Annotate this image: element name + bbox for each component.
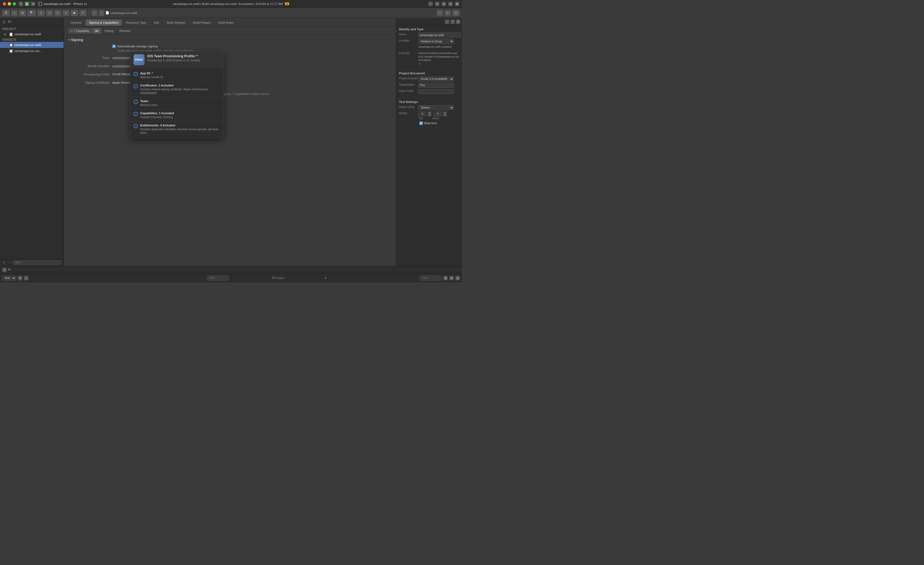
breadcrumb-label: sampleapp-ios-swift bbox=[110, 11, 137, 15]
auto-manage-checkbox[interactable] bbox=[112, 45, 116, 48]
tab-general[interactable]: General bbox=[67, 19, 84, 25]
sidebar-toggle-button[interactable]: ☰ bbox=[19, 1, 23, 6]
insp-indent-up-button[interactable]: ▲ bbox=[443, 111, 447, 114]
popover-item-certs: ✓ Certificates: 1 Included Includes newe… bbox=[130, 81, 223, 97]
layout-view-1[interactable]: ▤ bbox=[449, 276, 454, 280]
inspector-btn-2[interactable]: ? bbox=[450, 19, 455, 24]
minimize-button[interactable] bbox=[8, 2, 11, 6]
add-capability-button[interactable]: + + Capability bbox=[68, 28, 92, 34]
run-test-button[interactable]: ▷ bbox=[54, 10, 62, 16]
grid-button[interactable]: ⊞ bbox=[19, 10, 26, 16]
insp-org-label: Organization bbox=[399, 83, 418, 86]
bottom-filter-input-2[interactable] bbox=[420, 276, 442, 280]
inspector-toggle-1[interactable]: □ bbox=[436, 10, 443, 16]
insp-class-prefix-input[interactable] bbox=[418, 89, 454, 94]
inspector-toggle-3[interactable]: ◫ bbox=[452, 10, 460, 16]
bottom-info-btn[interactable]: ℹ bbox=[24, 276, 28, 280]
close-button[interactable] bbox=[3, 2, 6, 6]
file-menu-button[interactable]: ☰ bbox=[2, 10, 10, 16]
warning-button[interactable]: ⚠ bbox=[37, 10, 45, 16]
targets-section-header: TARGETS bbox=[0, 37, 64, 42]
insp-tab-down-button[interactable]: ▼ bbox=[428, 114, 432, 116]
insp-org-input[interactable] bbox=[418, 83, 454, 88]
tab-build-phases[interactable]: Build Phases bbox=[190, 19, 214, 25]
add-item-button[interactable]: + bbox=[2, 261, 6, 265]
layout-2-button[interactable]: ▥ bbox=[448, 1, 453, 6]
tab-signing-capabilities[interactable]: Signing & Capabilities bbox=[86, 19, 122, 25]
traffic-lights[interactable] bbox=[3, 2, 16, 6]
insp-location-label: Location bbox=[399, 39, 418, 42]
warning-badge[interactable]: 1 bbox=[285, 2, 290, 5]
maximize-button[interactable] bbox=[13, 2, 16, 6]
auto-manage-row: Automatically manage signing Xcode will … bbox=[68, 45, 392, 52]
sidebar-filter-input[interactable] bbox=[13, 261, 62, 265]
remove-item-button[interactable]: − bbox=[7, 261, 12, 265]
sidebar-item-target2[interactable]: 🔲 sampleapp-ios-swi... bbox=[0, 48, 64, 54]
list-button[interactable]: ≡ bbox=[63, 10, 69, 16]
cap-tab-debug[interactable]: Debug bbox=[102, 28, 116, 34]
layout-1-button[interactable]: ▤ bbox=[442, 1, 446, 6]
diamond-button[interactable]: ◇ bbox=[46, 10, 53, 16]
wrap-lines-checkbox[interactable] bbox=[419, 121, 423, 125]
bottom-filter-input[interactable] bbox=[207, 276, 229, 280]
sidebar-icon-2[interactable]: M bbox=[7, 19, 12, 24]
all-output-label: All Output bbox=[234, 276, 322, 279]
run-button[interactable]: ▶ bbox=[25, 1, 29, 6]
tab-build-settings[interactable]: Build Settings bbox=[164, 19, 189, 25]
share-button[interactable]: ⇪ bbox=[79, 10, 87, 16]
insp-tab-input[interactable] bbox=[418, 111, 426, 117]
signing-toggle-icon[interactable]: ▾ bbox=[68, 38, 70, 42]
sidebar-icon-1[interactable]: ◫ bbox=[2, 19, 6, 24]
insp-format-select[interactable]: Xcode 3.2-compatible bbox=[418, 76, 454, 81]
tab-build-rules[interactable]: Build Rules bbox=[215, 19, 237, 25]
auto-manage-text: Automatically manage signing bbox=[117, 45, 158, 48]
nav-back-button[interactable]: ‹ bbox=[92, 10, 98, 16]
appid-desc: Matches bundle ID bbox=[140, 75, 163, 79]
popover-body: ✓ App ID: * Matches bundle ID ✓ Certific… bbox=[130, 68, 223, 138]
new-file-button[interactable]: + bbox=[11, 10, 18, 16]
popover-title: iOS Team Provisioning Profile: * bbox=[147, 54, 200, 58]
cap-tab-all[interactable]: All bbox=[92, 28, 101, 34]
insp-name-input[interactable] bbox=[418, 33, 461, 37]
bottom-eye-btn[interactable]: 👁 bbox=[18, 276, 22, 280]
location-button[interactable]: ◉ bbox=[70, 10, 78, 16]
popover-item-team: ✓ Team: Matches team bbox=[130, 97, 223, 109]
stop-button[interactable]: ■ bbox=[31, 1, 35, 6]
signing-cert-label: Signing Certificate bbox=[68, 81, 112, 84]
insp-location-row: Location Relative to Group bbox=[399, 39, 459, 44]
inspector-toggle-2[interactable]: ≡ bbox=[444, 10, 451, 16]
insp-indent-input[interactable] bbox=[434, 111, 442, 117]
add-button[interactable]: + bbox=[428, 1, 433, 6]
insp-tab-up-button[interactable]: ▲ bbox=[428, 111, 432, 114]
insp-name-value bbox=[418, 33, 461, 37]
tab-info[interactable]: Info bbox=[151, 19, 162, 25]
insp-indent-down-button[interactable]: ▼ bbox=[443, 114, 447, 116]
sidebar-item-target1[interactable]: 🔲 sampleapp-ios-swift bbox=[0, 42, 64, 48]
insp-tab-stepper: ▲ ▼ bbox=[418, 111, 432, 117]
split-view-button[interactable]: ⇄ bbox=[435, 1, 440, 6]
cap-tab-release[interactable]: Release bbox=[117, 28, 133, 34]
tab-resource-tags[interactable]: Resource Tags bbox=[123, 19, 150, 25]
insp-indent-using-select[interactable]: Spaces bbox=[418, 105, 454, 110]
all-output-chevron[interactable]: ▼ bbox=[324, 276, 327, 279]
sidebar-item-project[interactable]: ▶ 📋 sampleapp-ios-swift bbox=[0, 31, 64, 37]
layout-3-button[interactable]: ▦ bbox=[455, 1, 459, 6]
inspector-btn-1[interactable]: □ bbox=[445, 19, 449, 24]
search-button[interactable]: 🔍 bbox=[27, 10, 36, 16]
certs-title: Certificates: 1 Included bbox=[140, 84, 220, 87]
layout-view-2[interactable]: ▥ bbox=[455, 276, 460, 280]
insp-widths-row: Widths ▲ ▼ ▲ bbox=[399, 111, 459, 120]
insp-location-select[interactable]: Relative to Group bbox=[418, 39, 454, 44]
insp-indent-using-label: Indent Using bbox=[399, 105, 418, 108]
inspector-top-bar: □ ? ⚙ bbox=[396, 18, 462, 25]
insp-class-prefix-label: Class Prefix bbox=[399, 89, 418, 93]
insp-format-value: Xcode 3.2-compatible bbox=[418, 76, 459, 81]
auto-select[interactable]: Auto bbox=[2, 276, 16, 280]
insp-full-path-link-icon[interactable]: ⇥ bbox=[418, 62, 420, 65]
bottom-expand-btn[interactable]: ▼ bbox=[2, 268, 7, 272]
sidebar-top-bar: ◫ M bbox=[0, 18, 64, 25]
trash-button[interactable]: 🗑 bbox=[443, 276, 448, 280]
project-name-label: sampleapp-ios-swift bbox=[14, 33, 41, 36]
nav-forward-button[interactable]: › bbox=[99, 10, 105, 16]
inspector-btn-3[interactable]: ⚙ bbox=[456, 19, 460, 24]
